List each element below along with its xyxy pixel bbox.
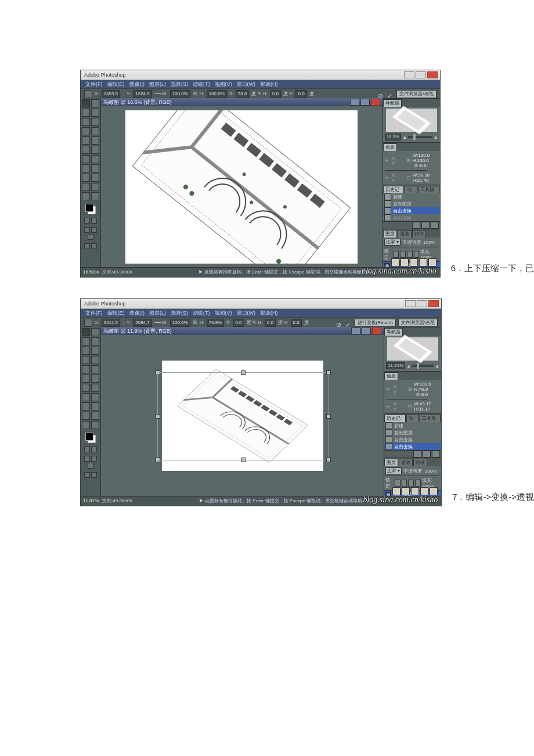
tool-button[interactable] bbox=[82, 127, 90, 135]
channels-tab[interactable]: 通道 bbox=[399, 459, 413, 466]
reference-point-icon[interactable] bbox=[84, 90, 92, 98]
history-item[interactable]: 自由变换 bbox=[383, 214, 440, 221]
paths-tab[interactable]: 路径 bbox=[412, 230, 426, 237]
screenmode-button[interactable] bbox=[91, 227, 97, 233]
tool-button[interactable] bbox=[91, 356, 99, 364]
tool-button[interactable] bbox=[91, 109, 99, 117]
x-field[interactable]: 2411.5 bbox=[102, 319, 120, 327]
tool-button[interactable] bbox=[82, 328, 90, 336]
tool-button[interactable] bbox=[91, 99, 99, 107]
canvas[interactable] bbox=[101, 106, 383, 268]
screenmode-button[interactable] bbox=[84, 227, 90, 233]
w-field[interactable]: 100.0% bbox=[170, 90, 190, 98]
document-titlebar[interactable]: 鸟瞰图 @ 11.9% (背景, RGB) bbox=[101, 327, 384, 335]
menu-item[interactable]: 帮助(H) bbox=[258, 81, 280, 87]
doc-minimize-button[interactable] bbox=[351, 327, 360, 334]
reference-point-icon[interactable] bbox=[84, 319, 92, 327]
actions-tab[interactable]: 动作 bbox=[405, 186, 417, 193]
lock-all-icon[interactable] bbox=[414, 251, 420, 258]
menu-bar[interactable]: 文件(F)编辑(E)图像(I)图层(L)选择(S)滤镜(T)视图(V)窗口(W)… bbox=[81, 309, 441, 317]
window-minimize-button[interactable] bbox=[405, 300, 416, 307]
screenmode-button[interactable] bbox=[88, 463, 93, 469]
info-tab[interactable]: 信息 bbox=[383, 143, 397, 151]
navigator-zoom-slider[interactable] bbox=[412, 365, 434, 367]
tool-button[interactable] bbox=[82, 365, 90, 373]
transform-handle[interactable] bbox=[156, 370, 160, 375]
navigator-tab[interactable]: 导航器 bbox=[384, 328, 403, 336]
hskew-field[interactable]: 0.0 bbox=[270, 90, 281, 98]
cancel-transform-icon[interactable] bbox=[336, 319, 343, 326]
menu-item[interactable]: 滤镜(T) bbox=[190, 310, 212, 316]
tool-button[interactable] bbox=[91, 365, 99, 373]
cancel-transform-icon[interactable] bbox=[378, 91, 385, 98]
angle-field[interactable]: 0.0 bbox=[233, 319, 244, 327]
tool-button[interactable] bbox=[82, 375, 90, 383]
navigator-zoom-value[interactable]: 16.5% bbox=[385, 134, 402, 141]
screenmode-button[interactable] bbox=[88, 234, 93, 240]
history-item[interactable]: 新建 bbox=[384, 422, 441, 429]
tool-button[interactable] bbox=[82, 337, 90, 345]
paths-tab[interactable]: 路径 bbox=[413, 459, 427, 466]
zoom-in-icon[interactable]: ▲ bbox=[434, 135, 438, 140]
commit-transform-icon[interactable] bbox=[345, 319, 352, 326]
canvas[interactable] bbox=[101, 335, 384, 496]
lock-transparent-icon[interactable] bbox=[394, 251, 399, 258]
menu-item[interactable]: 编辑(E) bbox=[105, 81, 127, 87]
tool-button[interactable] bbox=[82, 183, 90, 191]
tool-button[interactable] bbox=[82, 109, 90, 117]
h-field[interactable]: 76.9% bbox=[207, 319, 225, 327]
tool-button[interactable] bbox=[82, 384, 90, 392]
menu-item[interactable]: 文件(F) bbox=[83, 81, 105, 87]
menu-item[interactable]: 图层(L) bbox=[147, 81, 168, 87]
tool-button[interactable] bbox=[91, 192, 99, 200]
tool-button[interactable] bbox=[91, 375, 99, 383]
file-browser-palette-tab[interactable]: 文件浏览器\画笔 bbox=[396, 90, 436, 98]
history-item[interactable]: 自由变换 bbox=[384, 436, 441, 443]
menu-item[interactable]: 视图(V) bbox=[212, 310, 234, 316]
jump-button[interactable] bbox=[84, 472, 90, 478]
tool-button[interactable] bbox=[91, 402, 99, 411]
tool-button[interactable] bbox=[82, 347, 90, 355]
doc-minimize-button[interactable] bbox=[350, 99, 359, 106]
quickmask-button[interactable] bbox=[91, 447, 97, 452]
tool-button[interactable] bbox=[91, 146, 99, 154]
app-titlebar[interactable]: Adobe Photoshop bbox=[81, 70, 440, 80]
navigator-tab[interactable]: 导航器 bbox=[383, 99, 402, 107]
screenmode-button[interactable] bbox=[84, 456, 90, 462]
tool-button[interactable] bbox=[91, 328, 99, 336]
tool-button[interactable] bbox=[91, 174, 99, 182]
channels-tab[interactable]: 通道 bbox=[398, 230, 412, 237]
navigator-thumbnail[interactable] bbox=[386, 109, 437, 132]
menu-bar[interactable]: 文件(F)编辑(E)图像(I)图层(L)选择(S)滤镜(T)视图(V)窗口(W)… bbox=[81, 80, 440, 88]
navigator-zoom-slider[interactable] bbox=[408, 136, 432, 138]
zoom-out-icon[interactable]: ▲ bbox=[406, 363, 411, 369]
jump-button[interactable] bbox=[91, 243, 97, 249]
jump-button[interactable] bbox=[84, 243, 90, 249]
app-titlebar[interactable]: Adobe Photoshop bbox=[81, 299, 441, 309]
tool-button[interactable] bbox=[91, 155, 99, 163]
transform-handle[interactable] bbox=[241, 458, 246, 462]
tool-button[interactable] bbox=[91, 337, 99, 345]
quickmask-button[interactable] bbox=[84, 218, 90, 224]
transform-handle[interactable] bbox=[326, 458, 331, 462]
tool-button[interactable] bbox=[91, 384, 99, 392]
menu-item[interactable]: 帮助(H) bbox=[258, 310, 280, 316]
file-browser-palette-tab[interactable]: 文件浏览器\画笔 bbox=[398, 319, 438, 327]
tool-button[interactable] bbox=[91, 347, 99, 355]
zoom-in-icon[interactable]: ▲ bbox=[435, 363, 439, 369]
window-maximize-button[interactable] bbox=[416, 71, 426, 78]
quickmask-button[interactable] bbox=[84, 447, 90, 452]
transform-handle[interactable] bbox=[156, 458, 160, 462]
history-item[interactable]: 复制图层 bbox=[384, 429, 441, 436]
jump-to-imageready-strip[interactable] bbox=[391, 258, 436, 267]
y-field[interactable]: 2084.7 bbox=[133, 319, 151, 327]
tool-button[interactable] bbox=[82, 146, 90, 154]
tool-button[interactable] bbox=[91, 183, 99, 191]
lock-paint-icon[interactable] bbox=[402, 480, 407, 487]
menu-item[interactable]: 图像(I) bbox=[127, 310, 147, 316]
info-tab[interactable]: 信息 bbox=[384, 372, 398, 380]
vskew-field[interactable]: 0.0 bbox=[291, 319, 302, 327]
tool-button[interactable] bbox=[82, 99, 90, 107]
color-swatches[interactable] bbox=[85, 204, 96, 214]
tool-button[interactable] bbox=[91, 421, 99, 429]
